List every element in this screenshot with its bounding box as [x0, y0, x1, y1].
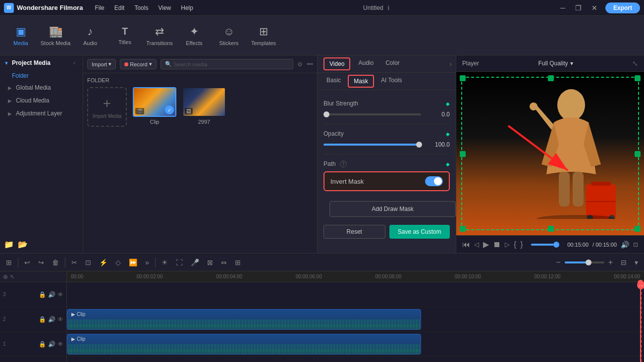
menu-view[interactable]: View: [154, 3, 175, 12]
grid-view-button[interactable]: ⊟: [619, 258, 629, 267]
layout-icon[interactable]: ⊞: [233, 258, 243, 267]
blur-keyframe-icon[interactable]: ◆: [446, 101, 450, 106]
playhead[interactable]: [640, 282, 641, 362]
opacity-slider-thumb[interactable]: [416, 142, 422, 148]
toolbar-transitions[interactable]: ⇄ Transitions: [143, 20, 176, 52]
toolbar-audio[interactable]: ♪ Audio: [73, 20, 107, 52]
cursor-icon[interactable]: ↖: [10, 273, 15, 280]
track-1-visible-icon[interactable]: 👁: [57, 341, 63, 348]
add-draw-mask-button[interactable]: Add Draw Mask: [329, 201, 456, 217]
menu-edit[interactable]: Edit: [110, 3, 129, 12]
mark-in-button[interactable]: {: [514, 240, 516, 249]
save-custom-button[interactable]: Save as Custom: [389, 225, 450, 239]
color-correction-icon[interactable]: ☀: [160, 258, 170, 267]
magnet-icon[interactable]: ⊕: [3, 273, 8, 280]
replace-icon[interactable]: ⇔: [219, 258, 229, 267]
toolbar-media[interactable]: ▣ Media: [4, 20, 38, 52]
transform-icon[interactable]: ⊠: [205, 258, 215, 267]
blur-slider[interactable]: [323, 113, 421, 115]
timeline-settings-icon[interactable]: ▾: [633, 258, 640, 267]
more-icon[interactable]: •••: [307, 61, 313, 68]
add-folder-icon[interactable]: 📂: [18, 240, 28, 249]
timeline-clip-2[interactable]: ▶ Clip: [67, 309, 421, 330]
subtab-mask[interactable]: Mask: [348, 75, 374, 88]
subtab-basic[interactable]: Basic: [322, 75, 346, 88]
undo-button[interactable]: ↩: [22, 258, 32, 267]
track-1-lock-icon[interactable]: 🔒: [39, 341, 46, 348]
zoom-in-button[interactable]: +: [606, 257, 615, 268]
collapse-panel-button[interactable]: ‹: [73, 59, 75, 66]
audio-extract-button[interactable]: ⚡: [97, 258, 109, 267]
crop-button[interactable]: ⊡: [83, 258, 93, 267]
toolbar-stock[interactable]: 🏬 Stock Media: [39, 20, 72, 52]
blur-slider-thumb[interactable]: [323, 111, 329, 117]
new-folder-icon[interactable]: 📁: [4, 240, 14, 249]
reset-button[interactable]: Reset: [323, 225, 385, 239]
sidebar-item-adjustment[interactable]: ▶ Adjustment Layer: [0, 107, 83, 120]
import-button[interactable]: Import ▾: [87, 59, 116, 69]
toolbar-stickers[interactable]: ☺ Stickers: [212, 20, 246, 52]
track-2-visible-icon[interactable]: 👁: [57, 316, 63, 323]
track-2-lock-icon[interactable]: 🔒: [39, 316, 46, 323]
track-3-lock-icon[interactable]: 🔒: [39, 291, 46, 298]
step-fwd-button[interactable]: ▷: [505, 241, 510, 248]
subtab-aitools[interactable]: AI Tools: [376, 75, 407, 88]
opacity-keyframe-icon[interactable]: ◆: [446, 131, 450, 137]
keyframe-button[interactable]: ◇: [113, 258, 123, 267]
timeline-clip-1[interactable]: ▶ Clip: [67, 334, 421, 355]
playback-thumb[interactable]: [553, 242, 559, 248]
fullscreen-icon[interactable]: ⤡: [632, 59, 638, 67]
zoom-out-button[interactable]: −: [554, 257, 562, 268]
quality-selector[interactable]: Full Quality ▾: [538, 60, 573, 67]
minimize-button[interactable]: ─: [556, 2, 570, 14]
menu-tools[interactable]: Tools: [130, 3, 152, 12]
voice-enhance-icon[interactable]: 🎤: [189, 258, 201, 267]
delete-button[interactable]: 🗑: [50, 258, 61, 267]
folder-label[interactable]: Folder: [0, 70, 83, 81]
split-view-icon[interactable]: ⊞: [4, 258, 14, 267]
opacity-slider[interactable]: [323, 144, 421, 146]
filter-icon[interactable]: ⚙: [297, 61, 303, 68]
zoom-slider[interactable]: [565, 261, 604, 263]
volume-button[interactable]: 🔊: [621, 241, 629, 249]
redo-button[interactable]: ↪: [36, 258, 46, 267]
media-thumbnail-clip[interactable]: 🎬 ✓: [133, 87, 176, 117]
snapshot-icon[interactable]: ⊡: [633, 241, 638, 248]
sidebar-item-cloud[interactable]: ▶ Cloud Media: [0, 94, 83, 107]
export-button[interactable]: Export: [605, 2, 640, 13]
menu-file[interactable]: File: [91, 3, 108, 12]
mark-out-button[interactable]: }: [520, 240, 523, 249]
import-media-box[interactable]: + Import Media: [87, 87, 127, 127]
tab-video[interactable]: Video: [323, 57, 350, 70]
media-thumbnail-2997[interactable]: 🖼: [182, 87, 226, 117]
play-button[interactable]: ▶: [483, 240, 489, 249]
tab-color[interactable]: Color: [379, 55, 406, 72]
toolbar-titles[interactable]: T Titles: [108, 20, 142, 52]
zoom-thumb[interactable]: [586, 259, 591, 265]
path-keyframe-icon[interactable]: ◆: [446, 161, 450, 167]
maximize-button[interactable]: ❐: [572, 2, 586, 14]
rewind-button[interactable]: ⏮: [462, 240, 470, 249]
toolbar-effects[interactable]: ✦ Effects: [177, 20, 211, 52]
playback-slider[interactable]: [531, 244, 560, 246]
menu-help[interactable]: Help: [177, 3, 197, 12]
track-1-volume-icon[interactable]: 🔊: [48, 341, 55, 348]
tab-audio[interactable]: Audio: [352, 55, 379, 72]
speed-button[interactable]: ⏩: [127, 258, 139, 267]
search-box[interactable]: 🔍 Search media: [161, 59, 294, 69]
stabilize-icon[interactable]: ⛶: [174, 258, 185, 267]
step-back-button[interactable]: ◁: [474, 241, 479, 248]
track-2-volume-icon[interactable]: 🔊: [48, 316, 55, 323]
toolbar-templates[interactable]: ⊞ Templates: [247, 20, 280, 52]
invert-mask-toggle[interactable]: [425, 176, 443, 186]
more-effects-button[interactable]: »: [143, 258, 151, 267]
track-3-volume-icon[interactable]: 🔊: [48, 291, 55, 298]
arrow-tab-icon[interactable]: ›: [449, 55, 452, 72]
record-button[interactable]: Record ▾: [120, 59, 156, 69]
track-3-visible-icon[interactable]: 👁: [57, 291, 63, 298]
list-item[interactable]: 🎬 ✓ Clip: [133, 87, 176, 125]
stop-button[interactable]: ⏹: [493, 240, 501, 249]
cut-button[interactable]: ✂: [69, 258, 79, 267]
list-item[interactable]: 🖼 2997: [182, 87, 226, 125]
close-button[interactable]: ✕: [588, 2, 601, 14]
